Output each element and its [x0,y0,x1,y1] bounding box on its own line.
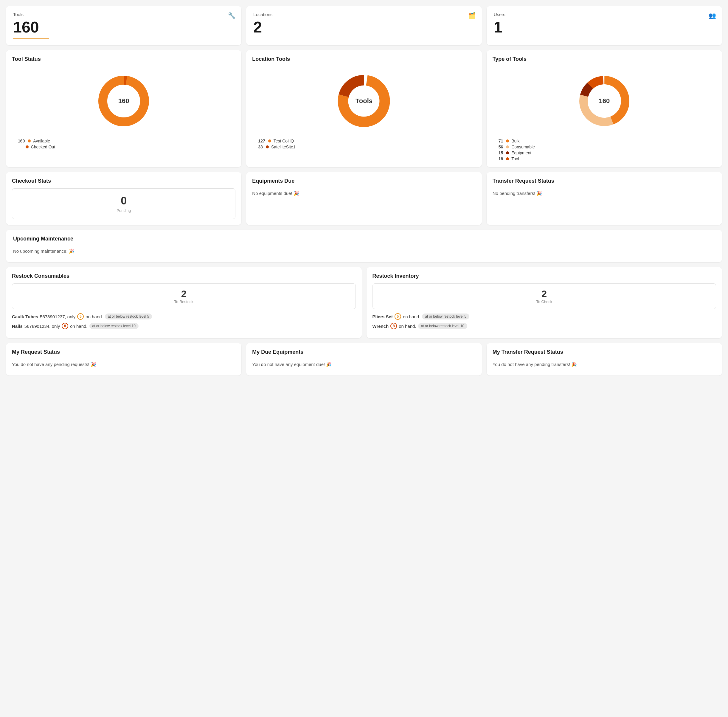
restock-inventory-item-2: Wrench 8 on hand. at or below restock le… [372,323,716,329]
caulk-tubes-on-hand: on hand. [85,314,103,319]
legend-cohq-value: 127 [258,139,265,143]
tool-status-card: Tool Status 160 160 Available Ch [6,50,241,167]
restock-inventory-sub: To Check [378,299,711,304]
wrench-icon: 🔧 [228,12,235,19]
legend-bulk: 71 Bulk [499,139,716,143]
legend-consumable-value: 56 [499,145,503,149]
restock-inventory-title: Restock Inventory [372,273,716,279]
restock-row: Restock Consumables 2 To Restock Caulk T… [6,267,722,338]
wrench-tag: at or below restock level 10 [418,323,467,329]
legend-cohq-dot [268,139,271,142]
checkout-box: 0 Pending [12,188,235,219]
location-tools-donut: Tools [334,71,394,131]
legend-satellite-value: 33 [258,145,263,149]
tools-label: Tools [13,12,234,17]
nails-name: Nails [12,323,23,329]
tool-status-donut: 160 [94,71,153,131]
caulk-tubes-name: Caulk Tubes [12,314,38,319]
upcoming-maintenance-message: No upcoming maintenance! 🎉 [13,246,715,256]
bottom-row: My Request Status You do not have any pe… [6,343,722,375]
location-tools-center: Tools [356,97,372,105]
type-of-tools-center: 160 [599,97,610,105]
type-of-tools-chart: 160 71 Bulk 56 Consumable 15 Equipment [493,66,716,161]
restock-inventory-item-1: Pliers Set 5 on hand. at or below restoc… [372,313,716,320]
upcoming-maintenance-title: Upcoming Maintenance [13,236,715,242]
my-due-equipments-title: My Due Equipments [252,349,476,355]
restock-consumables-count-box: 2 To Restock [12,284,356,309]
my-due-equipments-section: My Due Equipments You do not have any eq… [246,343,482,375]
my-transfer-request-section: My Transfer Request Status You do not ha… [487,343,722,375]
location-tools-title: Location Tools [252,56,476,62]
legend-tool: 18 Tool [499,156,716,161]
middle-stats-row: Checkout Stats 0 Pending Equipments Due … [6,172,722,225]
transfer-request-message: No pending transfers! 🎉 [493,188,716,198]
legend-checked-label: Checked Out [31,145,55,149]
tools-stat-card[interactable]: Tools 160 🔧 [6,6,241,45]
locations-label: Locations [253,12,475,17]
nails-on-hand: on hand. [70,323,87,329]
legend-bulk-dot [506,139,509,142]
legend-equipment-value: 15 [499,151,503,155]
legend-checked-value [18,145,23,149]
locations-value: 2 [253,19,475,35]
checkout-stats-section: Checkout Stats 0 Pending [6,172,241,225]
tool-status-center: 160 [118,97,129,105]
checkout-value: 0 [18,195,229,207]
nails-qty: 8 [62,323,68,329]
locations-stat-card[interactable]: Locations 2 🗂️ [246,6,482,45]
location-tools-chart: Tools 127 Test CoHQ 33 SatelliteSite1 [252,66,476,149]
pliers-set-on-hand: on hand. [403,314,420,319]
charts-row: Tool Status 160 160 Available Ch [6,50,722,167]
users-value: 1 [494,19,715,35]
type-of-tools-legend: 71 Bulk 56 Consumable 15 Equipment 18 [493,139,716,161]
pliers-set-name: Pliers Set [372,314,393,319]
legend-consumable-dot [506,145,509,148]
transfer-request-section: Transfer Request Status No pending trans… [487,172,722,225]
my-transfer-request-title: My Transfer Request Status [493,349,716,355]
legend-equipment-label: Equipment [511,151,531,155]
legend-cohq-label: Test CoHQ [273,139,294,143]
restock-consumables-title: Restock Consumables [12,273,356,279]
my-transfer-request-message: You do not have any pending transfers! 🎉 [493,359,716,369]
restock-consumables-count: 2 [17,288,351,299]
nails-tag: at or below restock level 10 [89,323,139,329]
wrench-name: Wrench [372,323,389,329]
my-request-status-message: You do not have any pending requests! 🎉 [12,359,235,369]
caulk-tubes-tag: at or below restock level 5 [105,314,152,319]
users-stat-card[interactable]: Users 1 👥 [487,6,722,45]
tool-status-legend: 160 Available Checked Out [12,139,235,149]
legend-tool-dot [506,157,509,160]
type-of-tools-card: Type of Tools 160 71 [487,50,722,167]
top-stats-row: Tools 160 🔧 Locations 2 🗂️ Users 1 👥 [6,6,722,45]
locations-icon: 🗂️ [469,12,476,19]
legend-checked-out: Checked Out [18,145,235,149]
my-due-equipments-message: You do not have any equipment due! 🎉 [252,359,476,369]
legend-checked-dot [26,145,29,148]
my-request-status-title: My Request Status [12,349,235,355]
checkout-stats-title: Checkout Stats [12,178,235,184]
location-tools-card: Location Tools Tools 127 Test CoHQ 33 [246,50,482,167]
wrench-on-hand: on hand. [399,323,416,329]
restock-inventory-count-box: 2 To Check [372,284,716,309]
nails-detail: 5678901234, only [24,323,60,329]
users-icon: 👥 [709,12,716,19]
legend-bulk-value: 71 [499,139,503,143]
caulk-tubes-qty: 5 [77,313,84,320]
legend-satellite-dot [266,145,269,148]
users-label: Users [494,12,715,17]
legend-equipment-dot [506,151,509,154]
legend-available-dot [28,139,31,142]
tools-value: 160 [13,19,234,35]
restock-consumables-card: Restock Consumables 2 To Restock Caulk T… [6,267,362,338]
equipments-due-message: No equipments due! 🎉 [252,188,476,198]
restock-inventory-card: Restock Inventory 2 To Check Pliers Set … [366,267,722,338]
checkout-sub: Pending [18,208,229,213]
legend-bulk-label: Bulk [511,139,519,143]
type-of-tools-title: Type of Tools [493,56,716,62]
legend-consumable-label: Consumable [511,145,535,149]
restock-consumable-item-2: Nails 5678901234, only 8 on hand. at or … [12,323,356,329]
caulk-tubes-detail: 5678901237, only [40,314,75,319]
my-request-status-section: My Request Status You do not have any pe… [6,343,241,375]
equipments-due-title: Equipments Due [252,178,476,184]
tool-status-chart: 160 160 Available Checked Out [12,66,235,149]
